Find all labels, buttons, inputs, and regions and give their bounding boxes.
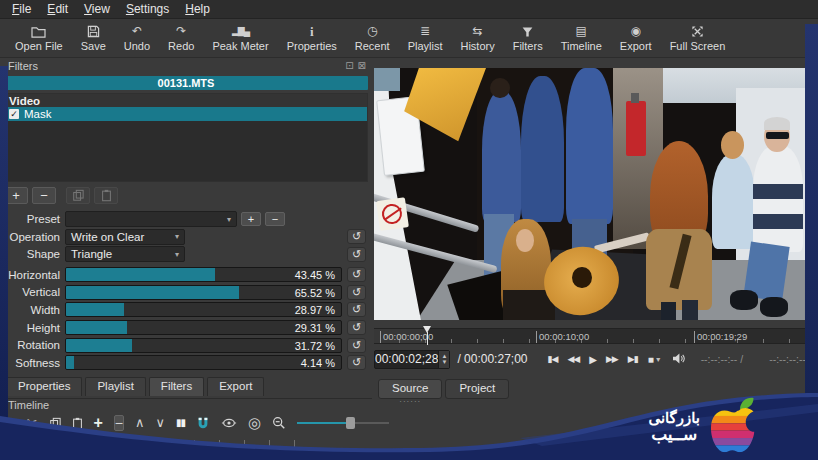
- rotation-row: Rotation 31.72 % ↺: [2, 337, 366, 353]
- fast-forward-button[interactable]: ▶▶: [606, 354, 618, 364]
- softness-slider[interactable]: 4.14 %: [65, 355, 342, 370]
- history-icon: ⇆: [473, 24, 483, 39]
- player-playhead[interactable]: [423, 326, 432, 345]
- current-time-field[interactable]: 00:00:02;28 ▲▼: [374, 350, 450, 369]
- full-screen-button[interactable]: Full Screen: [661, 19, 735, 57]
- operation-reset-button[interactable]: ↺: [347, 229, 366, 244]
- width-slider[interactable]: 28.97 %: [65, 302, 342, 317]
- total-time: 00:00:27;00: [464, 352, 527, 366]
- history-button[interactable]: ⇆ History: [451, 19, 503, 57]
- filter-checkbox[interactable]: ✓: [9, 109, 19, 119]
- save-preset-button[interactable]: +: [241, 212, 261, 226]
- softness-reset-button[interactable]: ↺: [347, 355, 366, 370]
- play-button[interactable]: ▶: [589, 354, 596, 365]
- filter-group-header: Video: [5, 94, 367, 107]
- save-icon: [87, 24, 100, 39]
- menu-help[interactable]: Help: [177, 1, 218, 17]
- stop-button[interactable]: ■: [648, 354, 653, 365]
- shotcut-window: File Edit View Settings Help Open File S…: [0, 0, 818, 460]
- menu-edit[interactable]: Edit: [39, 1, 76, 17]
- open-file-icon: [31, 24, 46, 39]
- menu-settings[interactable]: Settings: [118, 1, 177, 17]
- recent-icon: ◷: [367, 24, 377, 39]
- watermark-text: بازرگانی ســیب: [648, 410, 700, 444]
- skip-to-start-button[interactable]: ▮◀: [548, 354, 558, 364]
- panel-close-icon[interactable]: ⊠: [358, 60, 366, 71]
- rotation-slider[interactable]: 31.72 %: [65, 338, 342, 353]
- save-button[interactable]: Save: [72, 19, 115, 57]
- operation-combobox[interactable]: Write on Clear ▾: [65, 229, 185, 245]
- clip-name: 00131.MTS: [158, 77, 215, 89]
- rotation-reset-button[interactable]: ↺: [347, 338, 366, 353]
- operation-label: Operation: [2, 231, 60, 243]
- preset-label: Preset: [2, 213, 60, 225]
- menu-file[interactable]: File: [4, 1, 39, 17]
- paste-filters-button[interactable]: [94, 187, 118, 204]
- vertical-reset-button[interactable]: ↺: [347, 285, 366, 300]
- height-row: Height 29.31 % ↺: [2, 320, 366, 336]
- open-file-button[interactable]: Open File: [6, 19, 72, 57]
- volume-icon[interactable]: [672, 350, 685, 368]
- redo-button[interactable]: ↷ Redo: [159, 19, 203, 57]
- width-reset-button[interactable]: ↺: [347, 302, 366, 317]
- chevron-down-icon[interactable]: ▼: [655, 356, 662, 363]
- filters-panel-titlebar: Filters ⊡ ⊠: [0, 58, 372, 73]
- redo-icon: ↷: [176, 24, 186, 39]
- chevron-down-icon: ▾: [219, 215, 231, 224]
- full-screen-icon: [691, 24, 704, 39]
- vertical-row: Vertical 65.52 % ↺: [2, 284, 366, 300]
- filter-parameters: Preset ▾ + − Operation Write on Clear ▾ …: [2, 211, 366, 371]
- softness-row: Softness 4.14 % ↺: [2, 355, 366, 371]
- filters-button[interactable]: Filters: [504, 19, 552, 57]
- export-button[interactable]: ◉ Export: [611, 19, 661, 57]
- operation-row: Operation Write on Clear ▾ ↺: [2, 229, 366, 245]
- height-reset-button[interactable]: ↺: [347, 320, 366, 335]
- filter-actions: + −: [4, 187, 368, 204]
- menu-view[interactable]: View: [76, 1, 118, 17]
- delete-preset-button[interactable]: −: [265, 212, 285, 226]
- peak-meter-button[interactable]: ▂▇▄ Peak Meter: [203, 19, 277, 57]
- height-slider[interactable]: 29.31 %: [65, 320, 342, 335]
- remove-filter-button[interactable]: −: [32, 187, 56, 204]
- peak-meter-icon: ▂▇▄: [232, 24, 249, 39]
- filter-name: Mask: [24, 108, 51, 120]
- filter-list[interactable]: Video ✓ Mask: [4, 93, 368, 182]
- horizontal-reset-button[interactable]: ↺: [347, 267, 366, 282]
- filter-row-mask[interactable]: ✓ Mask: [5, 107, 367, 121]
- recent-button[interactable]: ◷ Recent: [346, 19, 399, 57]
- timeline-icon: ▤: [576, 24, 587, 39]
- chevron-down-icon: ▾: [167, 250, 179, 259]
- skip-to-end-button[interactable]: ▶▮: [628, 354, 638, 364]
- playlist-button[interactable]: ≣ Playlist: [399, 19, 452, 57]
- shape-combobox[interactable]: Triangle ▾: [65, 246, 185, 262]
- copy-filters-button[interactable]: [66, 187, 90, 204]
- ruler-label-2: 00:00:19;29: [694, 331, 747, 343]
- undo-icon: ↶: [132, 24, 142, 39]
- preset-row: Preset ▾ + −: [2, 211, 366, 227]
- shape-row: Shape Triangle ▾ ↺: [2, 246, 366, 262]
- transport-buttons: ▮◀ ◀◀ ▶ ▶▶ ▶▮ ■▼: [548, 350, 685, 368]
- properties-icon: i: [310, 24, 314, 39]
- video-preview: [374, 68, 805, 320]
- shape-reset-button[interactable]: ↺: [347, 247, 366, 262]
- preset-combobox[interactable]: ▾: [65, 211, 237, 227]
- filters-icon: [521, 24, 534, 39]
- rewind-button[interactable]: ◀◀: [567, 354, 579, 364]
- main-toolbar: Open File Save ↶ Undo ↷ Redo ▂▇▄ Peak Me…: [0, 19, 818, 58]
- undo-button[interactable]: ↶ Undo: [115, 19, 159, 57]
- properties-button[interactable]: i Properties: [278, 19, 346, 57]
- player-ruler[interactable]: 00:00:00;00 00:00:10;00 00:00:19;29: [374, 328, 805, 344]
- transport-bar: 00:00:02;28 ▲▼ / 00:00:27;00 ▮◀ ◀◀ ▶ ▶▶ …: [374, 349, 805, 369]
- time-spinner[interactable]: ▲▼: [438, 351, 449, 368]
- in-point-readout: --:--:--:-- /: [701, 353, 744, 365]
- timeline-button[interactable]: ▤ Timeline: [552, 19, 611, 57]
- panel-float-icon[interactable]: ⊡: [345, 60, 353, 71]
- vertical-slider[interactable]: 65.52 %: [65, 285, 342, 300]
- width-row: Width 28.97 % ↺: [2, 302, 366, 318]
- shape-label: Shape: [2, 248, 60, 260]
- horizontal-row: Horizontal 43.45 % ↺: [2, 267, 366, 283]
- export-icon: ◉: [630, 24, 640, 39]
- horizontal-slider[interactable]: 43.45 %: [65, 267, 342, 282]
- menu-bar: File Edit View Settings Help: [0, 0, 818, 19]
- apple-logo: [710, 396, 768, 458]
